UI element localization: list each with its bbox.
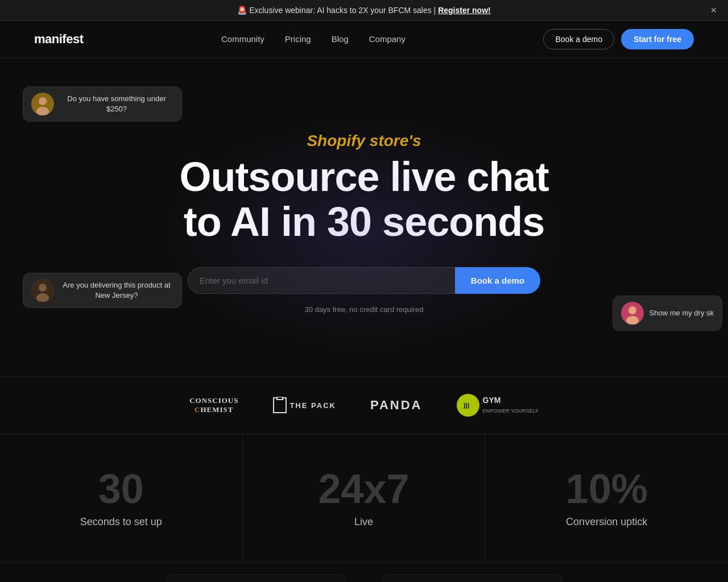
nav-link-pricing[interactable]: Pricing — [285, 34, 311, 44]
nav-book-demo-button[interactable]: Book a demo — [543, 29, 614, 49]
svg-rect-10 — [277, 397, 283, 400]
nav-link-community[interactable]: Community — [221, 34, 264, 44]
stats-section: 30 Seconds to set up 24x7 Live 10% Conve… — [0, 434, 728, 562]
announcement-banner: 🚨 Exclusive webinar: AI hacks to 2X your… — [0, 0, 728, 21]
banner-link[interactable]: Register now! — [438, 6, 491, 15]
svg-point-7 — [628, 306, 636, 314]
chat-text-bottom-left: Are you delivering this product at New J… — [60, 280, 173, 301]
main-nav: manifest Community Pricing Blog Company … — [0, 21, 728, 58]
bottom-card-left — [165, 574, 347, 583]
svg-point-1 — [39, 97, 47, 105]
chat-text-right: Show me my dry sk — [650, 308, 714, 318]
avatar-bottom-left — [31, 279, 54, 302]
hero-form: Book a demo — [188, 267, 540, 294]
email-input[interactable] — [188, 267, 455, 294]
hero-title: Outsource live chat to AI in 30 seconds — [179, 155, 548, 244]
nav-links: Community Pricing Blog Company — [221, 34, 406, 44]
bottom-card-right — [381, 574, 563, 583]
stat-number-seconds: 30 — [23, 468, 220, 509]
hero-subtitle: Shopify store's — [307, 132, 421, 150]
stat-conversion: 10% Conversion uptick — [485, 434, 728, 562]
chat-bubble-right: Show me my dry sk — [613, 296, 722, 331]
nav-link-blog[interactable]: Blog — [332, 34, 349, 44]
logo-the-pack: THE PACK — [272, 397, 336, 414]
banner-text: 🚨 Exclusive webinar: AI hacks to 2X your… — [237, 6, 436, 15]
hero-note: 30 days free, no credit card required — [305, 305, 424, 314]
stat-label-conversion: Conversion uptick — [508, 516, 705, 528]
hero-section: Do you have something under $250? Are yo… — [0, 58, 728, 376]
stat-live: 24x7 Live — [243, 434, 486, 562]
stat-seconds: 30 Seconds to set up — [0, 434, 243, 562]
stat-label-live: Live — [266, 516, 462, 528]
chat-text-top-left: Do you have something under $250? — [60, 94, 173, 114]
logos-section: CONSCIOUSCHEMIST THE PACK PANDA ))) GYME… — [0, 376, 728, 434]
nav-link-company[interactable]: Company — [369, 34, 406, 44]
nav-start-free-button[interactable]: Start for free — [621, 29, 694, 49]
bottom-section — [0, 562, 728, 582]
nav-actions: Book a demo Start for free — [543, 29, 694, 49]
stat-number-live: 24x7 — [266, 468, 462, 509]
logo-gym: ))) GYMEMPOWER YOURSELF — [457, 394, 539, 417]
logo[interactable]: manifest — [34, 32, 83, 47]
banner-close-button[interactable]: × — [710, 5, 717, 15]
svg-point-4 — [39, 284, 47, 292]
hero-title-line1: Outsource live chat — [179, 154, 548, 199]
stat-number-conversion: 10% — [508, 468, 705, 509]
chat-bubble-top-left: Do you have something under $250? — [23, 86, 182, 122]
hero-title-line2: to AI in 30 seconds — [184, 199, 544, 244]
logo-panda: PANDA — [370, 398, 423, 413]
stat-label-seconds: Seconds to set up — [23, 516, 220, 528]
avatar-top-left — [31, 93, 54, 115]
gym-icon: ))) — [457, 394, 479, 417]
gym-text: GYMEMPOWER YOURSELF — [483, 396, 539, 415]
hero-book-demo-button[interactable]: Book a demo — [455, 267, 540, 294]
logo-conscious-chemist: CONSCIOUSCHEMIST — [189, 396, 238, 414]
chat-bubble-bottom-left: Are you delivering this product at New J… — [23, 273, 182, 308]
avatar-right — [621, 302, 644, 325]
svg-text:))): ))) — [464, 402, 469, 409]
